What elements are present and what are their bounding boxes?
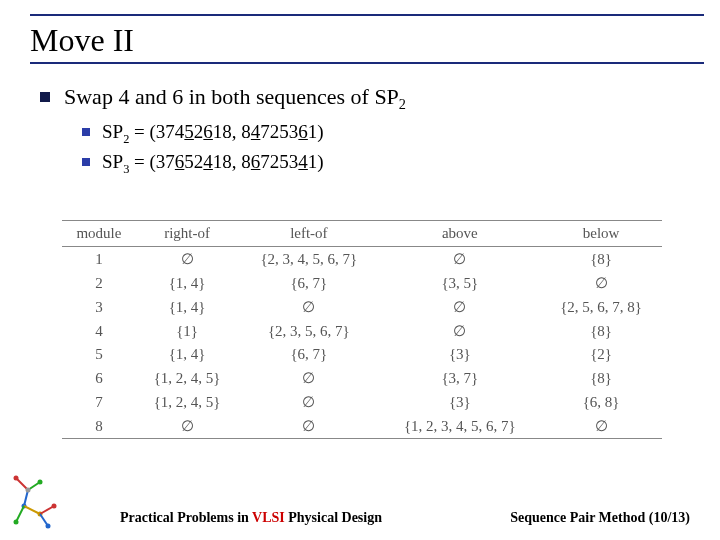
- table-head: module right-of left-of above below: [62, 221, 662, 247]
- table-cell: 4: [62, 319, 136, 343]
- main-bullet-text: Swap 4 and 6 in both sequences of SP2: [64, 84, 406, 113]
- sub-bullet-icon: [82, 128, 90, 136]
- table-cell: 7: [62, 390, 136, 414]
- table-row: 6{1, 2, 4, 5}∅{3, 7}{8}: [62, 366, 662, 390]
- table-cell: 1: [62, 247, 136, 272]
- svg-point-0: [14, 476, 19, 481]
- sp3-m2: 18, 8: [213, 151, 251, 172]
- table-cell: {8}: [540, 366, 662, 390]
- footer-left-pre: Practical Problems in: [120, 510, 252, 525]
- sp2-line: SP2 = (37452618, 84725361): [102, 121, 324, 147]
- sp2-label: SP: [102, 121, 123, 142]
- table-cell: {8}: [540, 247, 662, 272]
- svg-point-4: [14, 520, 19, 525]
- table-cell: {3}: [379, 343, 540, 366]
- sp2-m2: 18, 8: [213, 121, 251, 142]
- table-cell: ∅: [379, 295, 540, 319]
- table-cell: ∅: [379, 247, 540, 272]
- table-row: 4{1}{2, 3, 5, 6, 7}∅{8}: [62, 319, 662, 343]
- table-cell: {2, 3, 5, 6, 7}: [238, 319, 379, 343]
- table-cell: {6, 8}: [540, 390, 662, 414]
- table-cell: {1, 2, 4, 5}: [136, 390, 238, 414]
- table-cell: {3, 7}: [379, 366, 540, 390]
- sp2-u2: 6: [203, 121, 213, 142]
- sub-bullet-sp3: SP3 = (37652418, 86725341): [82, 151, 692, 177]
- footer-left-post: Physical Design: [285, 510, 382, 525]
- sp3-u2: 4: [203, 151, 213, 172]
- table-cell: ∅: [136, 247, 238, 272]
- table-cell: 2: [62, 271, 136, 295]
- th-module: module: [62, 221, 136, 247]
- sp3-eq: = (37: [129, 151, 175, 172]
- table-cell: {2, 5, 6, 7, 8}: [540, 295, 662, 319]
- main-bullet-row: Swap 4 and 6 in both sequences of SP2: [40, 84, 692, 113]
- table-cell: ∅: [238, 366, 379, 390]
- relation-table-wrap: module right-of left-of above below 1∅{2…: [62, 220, 662, 439]
- sp2-u3: 4: [251, 121, 261, 142]
- table-cell: {3, 5}: [379, 271, 540, 295]
- sp3-label: SP: [102, 151, 123, 172]
- table-cell: {3}: [379, 390, 540, 414]
- slide-title: Move II: [30, 22, 134, 59]
- sub-bullet-icon: [82, 158, 90, 166]
- relation-table: module right-of left-of above below 1∅{2…: [62, 220, 662, 439]
- title-underline: [30, 62, 704, 64]
- table-cell: 5: [62, 343, 136, 366]
- svg-point-1: [38, 480, 43, 485]
- sub-bullets: SP2 = (37452618, 84725361) SP3 = (376524…: [82, 121, 692, 177]
- sp2-u1: 5: [184, 121, 194, 142]
- sp3-m1: 52: [184, 151, 203, 172]
- table-cell: {2}: [540, 343, 662, 366]
- table-header-row: module right-of left-of above below: [62, 221, 662, 247]
- th-rightof: right-of: [136, 221, 238, 247]
- table-cell: {1, 2, 3, 4, 5, 6, 7}: [379, 414, 540, 439]
- table-cell: ∅: [540, 271, 662, 295]
- main-sub: 2: [399, 96, 406, 112]
- sp2-m3: 7253: [260, 121, 298, 142]
- sp2-m1: 2: [194, 121, 204, 142]
- table-cell: ∅: [238, 414, 379, 439]
- square-bullet-icon: [40, 92, 50, 102]
- table-cell: {2, 3, 4, 5, 6, 7}: [238, 247, 379, 272]
- table-cell: {1, 2, 4, 5}: [136, 366, 238, 390]
- svg-point-6: [46, 524, 51, 529]
- footer-right: Sequence Pair Method (10/13): [510, 510, 690, 526]
- table-cell: {1, 4}: [136, 271, 238, 295]
- footer-vlsi: VLSI: [252, 510, 285, 525]
- table-cell: {6, 7}: [238, 271, 379, 295]
- table-row: 1∅{2, 3, 4, 5, 6, 7}∅{8}: [62, 247, 662, 272]
- sp3-m3: 7253: [260, 151, 298, 172]
- sp3-end: 1): [308, 151, 324, 172]
- svg-point-5: [52, 504, 57, 509]
- top-rule: [30, 14, 704, 16]
- table-row: 5{1, 4}{6, 7}{3}{2}: [62, 343, 662, 366]
- footer: Practical Problems in VLSI Physical Desi…: [120, 510, 690, 526]
- th-below: below: [540, 221, 662, 247]
- table-cell: {1}: [136, 319, 238, 343]
- sp2-eq: = (374: [129, 121, 184, 142]
- th-above: above: [379, 221, 540, 247]
- sp3-u1: 6: [175, 151, 185, 172]
- table-cell: ∅: [540, 414, 662, 439]
- table-cell: 6: [62, 366, 136, 390]
- sp3-u4: 4: [298, 151, 308, 172]
- sp3-u3: 6: [251, 151, 261, 172]
- sp2-end: 1): [308, 121, 324, 142]
- table-row: 8∅∅{1, 2, 3, 4, 5, 6, 7}∅: [62, 414, 662, 439]
- table-cell: {8}: [540, 319, 662, 343]
- table-cell: ∅: [136, 414, 238, 439]
- table-row: 7{1, 2, 4, 5}∅{3}{6, 8}: [62, 390, 662, 414]
- table-cell: {1, 4}: [136, 295, 238, 319]
- table-cell: ∅: [238, 390, 379, 414]
- table-row: 3{1, 4}∅∅{2, 5, 6, 7, 8}: [62, 295, 662, 319]
- corner-decoration-icon: [10, 472, 70, 532]
- table-cell: 8: [62, 414, 136, 439]
- sub-bullet-sp2: SP2 = (37452618, 84725361): [82, 121, 692, 147]
- table-cell: 3: [62, 295, 136, 319]
- footer-left: Practical Problems in VLSI Physical Desi…: [120, 510, 382, 526]
- th-leftof: left-of: [238, 221, 379, 247]
- table-cell: ∅: [379, 319, 540, 343]
- table-cell: ∅: [238, 295, 379, 319]
- sp2-u4: 6: [298, 121, 308, 142]
- sp3-line: SP3 = (37652418, 86725341): [102, 151, 324, 177]
